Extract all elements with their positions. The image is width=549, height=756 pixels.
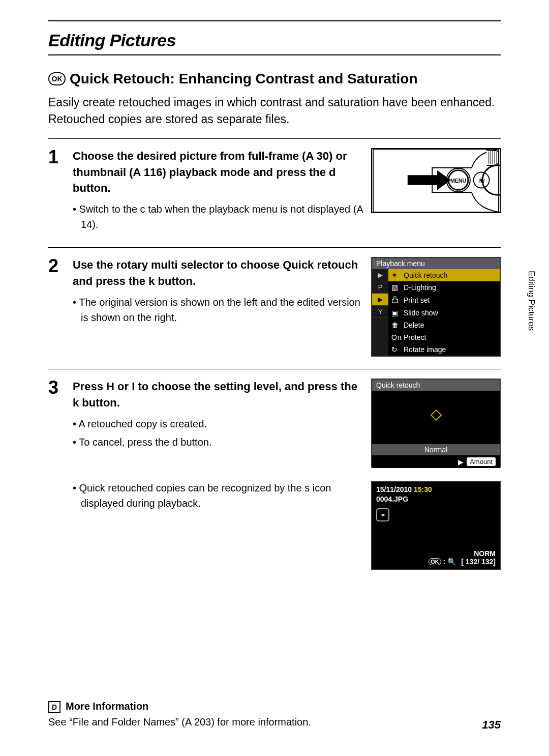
zoom-icon: 🔍 [447, 558, 456, 566]
step-bullet: The original version is shown on the lef… [73, 295, 364, 325]
step-2: 2 Use the rotary multi selector to choos… [48, 248, 501, 369]
intro-text: Easily create retouched images in which … [48, 94, 501, 128]
menu-item-print-set[interactable]: 凸Print set [388, 294, 500, 307]
menu-item-quick-retouch[interactable]: ✶Quick retouch [388, 269, 500, 281]
menu-item-dlighting[interactable]: ▧D-Lighting [388, 281, 500, 294]
step-number: 2 [48, 257, 66, 357]
protect-icon: Oπ [391, 333, 401, 341]
more-info-body: See “File and Folder Names” (A 203) for … [48, 716, 501, 728]
menu-tab[interactable]: Y [372, 306, 388, 318]
svg-text:❀: ❀ [478, 176, 485, 185]
step-text: Use the rotary multi selector to choose … [73, 257, 364, 289]
print-icon: 凸 [391, 296, 401, 305]
step-bullet: Switch to the c tab when the playback me… [73, 201, 364, 232]
retouch-slider[interactable]: Normal [372, 444, 500, 455]
delete-icon: 🗑 [391, 321, 401, 329]
retouch-cursor-icon [430, 410, 442, 421]
step-bullet: Quick retouched copies can be recognized… [73, 480, 364, 511]
step-1: 1 Choose the desired picture from full-f… [48, 139, 501, 248]
ok-icon: OK [48, 72, 66, 85]
playback-menu-screen: Playback menu ▶ P ▶ Y ✶Quick retouch ▧D-… [371, 257, 501, 357]
playback-time: 15:30 [414, 485, 432, 493]
camera-illustration: MENU ❀ [371, 148, 501, 213]
playback-date: 15/11/2010 [376, 485, 412, 493]
more-information: D More Information See “File and Folder … [48, 701, 501, 728]
page-number: 135 [482, 718, 501, 732]
quick-retouch-indicator-icon: ✶ [376, 508, 389, 521]
step-number: 3 [48, 379, 66, 570]
step-bullet: A retouched copy is created. [73, 416, 364, 431]
playback-quality: NORM [474, 549, 496, 558]
menu-tab[interactable]: ▶ [372, 269, 388, 281]
step-3: 3 Press H or I to choose the setting lev… [48, 369, 501, 582]
retouch-header: Quick retouch [372, 380, 500, 391]
menu-item-rotate[interactable]: ↻Rotate image [388, 343, 500, 356]
quick-retouch-icon: ✶ [391, 271, 401, 279]
step-bullet: To cancel, press the d button. [73, 434, 364, 450]
play-icon: ▶ [458, 458, 464, 466]
amount-label: Amount [467, 457, 496, 466]
menu-item-slide-show[interactable]: ▣Slide show [388, 307, 500, 319]
ok-icon: OK [429, 558, 441, 565]
more-info-title: More Information [66, 701, 148, 712]
playback-counter: [ 132/ 132] [461, 558, 496, 566]
menu-tab-active[interactable]: ▶ [372, 294, 388, 306]
menu-item-delete[interactable]: 🗑Delete [388, 319, 500, 331]
feature-title-text: Quick Retouch: Enhancing Contrast and Sa… [70, 71, 418, 87]
section-title: Editing Pictures [48, 31, 501, 55]
playback-screen: 15/11/2010 15:30 0004.JPG ✶ OK : 🔍 NORM … [371, 481, 501, 570]
dlighting-icon: ▧ [391, 283, 401, 292]
playback-filename: 0004.JPG [376, 495, 408, 503]
svg-text:MENU: MENU [450, 178, 467, 184]
side-tab-label: Editing Pictures [526, 271, 536, 331]
ok-action: : [443, 558, 445, 566]
slideshow-icon: ▣ [391, 309, 401, 317]
step-text: Choose the desired picture from full-fra… [73, 148, 364, 197]
menu-tab[interactable]: P [372, 281, 388, 294]
feature-title: OK Quick Retouch: Enhancing Contrast and… [48, 71, 501, 87]
step-number: 1 [48, 148, 66, 236]
step-text: Press H or I to choose the setting level… [73, 379, 364, 411]
quick-retouch-screen: Quick retouch Normal ▶ Amount [371, 379, 501, 468]
menu-item-protect[interactable]: OπProtect [388, 331, 500, 343]
rotate-icon: ↻ [391, 345, 401, 354]
menu-header: Playback menu [372, 258, 500, 269]
info-icon: D [48, 701, 60, 713]
